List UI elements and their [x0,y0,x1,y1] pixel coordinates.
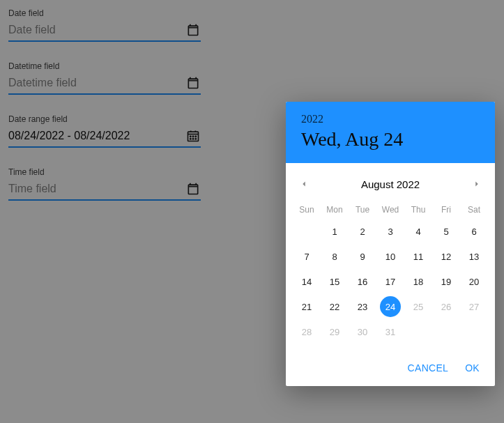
calendar-week: 123456 [286,219,495,244]
calendar-day[interactable]: 23 [349,294,376,319]
weekday-label: Thu [404,205,432,215]
calendar-day[interactable]: 19 [432,269,460,294]
cancel-button[interactable]: CANCEL [408,362,449,374]
calendar-day[interactable]: 13 [460,244,488,269]
calendar-day[interactable]: 18 [404,269,432,294]
calendar-week: 21222324252627 [286,294,495,319]
calendar-day[interactable]: 7 [293,244,321,269]
ok-button[interactable]: OK [465,362,480,374]
calendar-day[interactable]: 30 [349,319,376,344]
calendar-day[interactable]: 1 [321,219,349,244]
calendar-day[interactable]: 11 [404,244,432,269]
calendar-day[interactable]: 21 [293,294,321,319]
picker-date-text[interactable]: Wed, Aug 24 [301,128,480,151]
next-month-button[interactable] [467,174,487,194]
calendar-empty-cell [293,219,321,244]
date-picker: 2022 Wed, Aug 24 August 2022 SunMonTueWe… [286,102,495,386]
calendar-day[interactable]: 27 [460,294,488,319]
calendar-day[interactable]: 16 [349,269,376,294]
calendar-day[interactable]: 26 [432,294,460,319]
weekday-row: SunMonTueWedThuFriSat [286,205,495,215]
calendar-grid: 1234567891011121314151617181920212223242… [286,219,495,350]
calendar-week: 14151617181920 [286,269,495,294]
prev-month-button[interactable] [294,174,314,194]
calendar-day[interactable]: 22 [321,294,349,319]
weekday-label: Sat [460,205,488,215]
calendar-day[interactable]: 6 [460,219,488,244]
calendar-day[interactable]: 15 [321,269,349,294]
calendar-day[interactable]: 29 [321,319,349,344]
weekday-label: Fri [432,205,460,215]
calendar-day[interactable]: 5 [432,219,460,244]
calendar-day[interactable]: 20 [460,269,488,294]
calendar-day[interactable]: 24 [376,294,404,319]
calendar-day[interactable]: 14 [293,269,321,294]
weekday-label: Wed [376,205,404,215]
picker-nav: August 2022 [286,163,495,199]
weekday-label: Tue [349,205,376,215]
picker-header: 2022 Wed, Aug 24 [286,102,495,163]
calendar-day[interactable]: 17 [376,269,404,294]
calendar-week: 28293031 [286,319,495,344]
calendar-empty-cell [404,319,432,344]
weekday-label: Sun [293,205,321,215]
calendar-day[interactable]: 31 [376,319,404,344]
calendar-day[interactable]: 2 [349,219,376,244]
calendar-day[interactable]: 3 [376,219,404,244]
calendar-empty-cell [432,319,460,344]
calendar-empty-cell [460,319,488,344]
calendar-day[interactable]: 4 [404,219,432,244]
calendar-day[interactable]: 25 [404,294,432,319]
picker-year[interactable]: 2022 [301,113,480,125]
calendar-day[interactable]: 10 [376,244,404,269]
picker-actions: CANCEL OK [286,350,495,386]
calendar-day[interactable]: 8 [321,244,349,269]
calendar-week: 78910111213 [286,244,495,269]
month-title: August 2022 [361,178,420,190]
calendar-day[interactable]: 9 [349,244,376,269]
calendar-day[interactable]: 28 [293,319,321,344]
weekday-label: Mon [321,205,349,215]
calendar-day[interactable]: 12 [432,244,460,269]
